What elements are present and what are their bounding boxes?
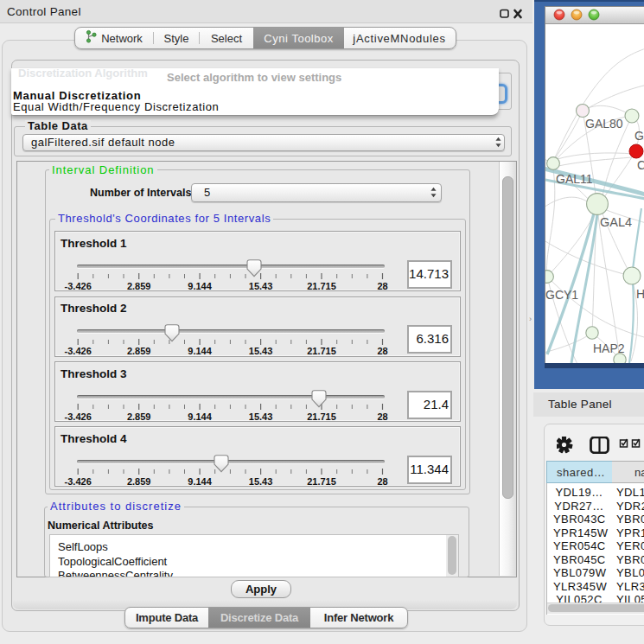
svg-text:HAP2: HAP2	[593, 341, 625, 355]
svg-text:GA: GA	[634, 129, 644, 143]
svg-text:GAL80: GAL80	[585, 117, 623, 131]
svg-text:GAL11: GAL11	[556, 172, 593, 186]
svg-text:GCY1: GCY1	[545, 288, 578, 302]
svg-text:GAL4: GAL4	[600, 215, 632, 229]
svg-text:C: C	[637, 158, 644, 172]
svg-text:HA: HA	[636, 287, 644, 301]
